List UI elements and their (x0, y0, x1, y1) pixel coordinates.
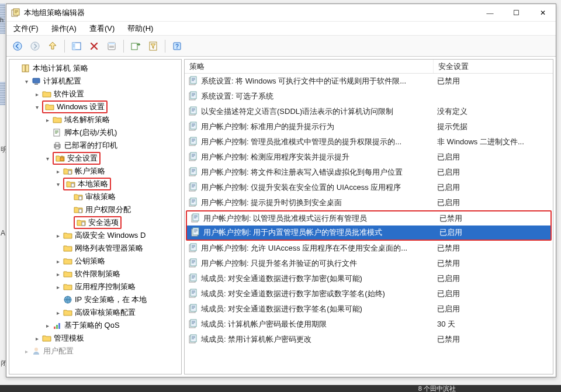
list-row[interactable]: 系统设置: 将 Windows 可执行文件中的证书规则用于软件限... 已禁用 (185, 74, 553, 89)
tree-sw-restrict[interactable]: ▸ 软件限制策略 (11, 268, 180, 280)
expander-icon[interactable]: ▸ (54, 231, 62, 240)
list-row[interactable]: 用户帐户控制: 管理员批准模式中管理员的提升权限提示的... 非 Windows… (185, 134, 553, 150)
tree-ipsec[interactable]: IP 安全策略，在 本地 (11, 293, 180, 306)
svg-rect-22 (71, 183, 74, 187)
policy-folder-icon (74, 205, 83, 214)
close-button[interactable]: ✕ (529, 4, 556, 22)
list-pane[interactable]: 策略 安全设置 系统设置: 将 Windows 可执行文件中的证书规则用于软件限… (184, 59, 553, 374)
policy-icon (188, 152, 199, 162)
list-row[interactable]: 用户帐户控制: 允许 UIAccess 应用程序在不使用安全桌面的... 已禁用 (185, 241, 553, 256)
maximize-button[interactable]: ☐ (503, 4, 529, 22)
list-row[interactable]: 域成员: 对安全通道数据进行数字加密(如果可能) 已启用 (185, 271, 553, 286)
minimize-button[interactable]: — (477, 4, 503, 22)
menu-action[interactable]: 操作(A) (49, 22, 79, 35)
export-button[interactable] (128, 39, 143, 54)
tree-account-policy[interactable]: ▸ 帐户策略 (11, 165, 180, 178)
tree-pane[interactable]: 本地计算机 策略 ▾ 计算机配置 ▸ 软件设置 ▾ Windows 设置 (9, 59, 182, 374)
list-row[interactable]: 用户帐户控制: 标准用户的提升提示行为 提示凭据 (185, 119, 553, 134)
col-header-setting[interactable]: 安全设置 (434, 60, 553, 73)
tree-qos[interactable]: ▸ 基于策略的 QoS (11, 319, 180, 332)
toolbar-sep (123, 40, 124, 53)
menu-view[interactable]: 查看(V) (87, 22, 117, 35)
expander-icon[interactable]: ▸ (33, 334, 41, 342)
filter-button[interactable] (146, 39, 161, 54)
tree-label: 应用程序控制策略 (75, 282, 136, 292)
expander-icon[interactable]: ▾ (22, 77, 30, 85)
svg-rect-29 (58, 323, 60, 329)
expander-icon[interactable]: ▸ (43, 321, 51, 329)
window-controls: — ☐ ✕ (477, 4, 556, 22)
tree-user-config-partial[interactable]: ▸ 用户配置 (11, 345, 180, 358)
menu-help[interactable]: 帮助(H) (125, 22, 155, 35)
list-row[interactable]: 域成员: 计算机帐户密码最长使用期限 30 天 (185, 317, 553, 332)
list-row[interactable]: 域成员: 禁用计算机帐户密码更改 已禁用 (185, 332, 553, 347)
expander-icon[interactable]: ▸ (54, 270, 62, 278)
list-row[interactable]: 域成员: 对安全通道数据进行数字签名(如果可能) 已启用 (185, 301, 553, 317)
tree-adv-audit[interactable]: ▸ 高级审核策略配置 (11, 306, 180, 319)
tree-label: 高级审核策略配置 (75, 307, 136, 318)
left-fragment (0, 82, 5, 105)
back-button[interactable] (10, 39, 25, 54)
window-title: 本地组策略编辑器 (24, 8, 85, 18)
tree-security-settings[interactable]: ▾ 安全设置 (11, 152, 180, 165)
chart-icon (53, 321, 62, 330)
expander-icon[interactable]: ▸ (33, 90, 41, 98)
expander-icon[interactable] (12, 64, 20, 72)
list-row[interactable]: 用户帐户控制: 以管理员批准模式运行所有管理员 已禁用 (187, 211, 550, 226)
policy-icon (188, 106, 199, 117)
list-row[interactable]: 以安全描述符定义语言(SDDL)语法表示的计算机访问限制 没有定义 (185, 104, 553, 119)
col-header-policy[interactable]: 策略 (185, 60, 434, 73)
properties-button[interactable] (104, 39, 119, 54)
toolbar-sep (165, 40, 165, 53)
list-row[interactable]: 系统设置: 可选子系统 (185, 89, 553, 104)
tree-root[interactable]: 本地计算机 策略 (11, 62, 180, 75)
tree-pubkey[interactable]: ▸ 公钥策略 (11, 255, 180, 268)
expander-icon[interactable]: ▸ (22, 347, 30, 355)
list-row[interactable]: 用户帐户控制: 将文件和注册表写入错误虚拟化到每用户位置 已启用 (185, 165, 553, 180)
list-row[interactable]: 用户帐户控制: 仅提升安装在安全位置的 UIAccess 应用程序 已启用 (185, 180, 553, 195)
tree-dns-policy[interactable]: ▸ 域名解析策略 (11, 113, 180, 126)
expander-icon[interactable]: ▸ (43, 116, 51, 124)
policy-name: 域成员: 对安全通道数据进行数字加密或数字签名(始终) (201, 289, 385, 299)
policy-icon (188, 137, 199, 147)
policy-icon (188, 334, 199, 345)
policy-name: 用户帐户控制: 提示提升时切换到安全桌面 (201, 197, 342, 208)
tree-adv-security[interactable]: ▸ 高级安全 Windows D (11, 229, 180, 242)
tree-computer-config[interactable]: ▾ 计算机配置 (11, 75, 180, 88)
forward-button[interactable] (27, 39, 43, 54)
expander-icon[interactable]: ▾ (33, 103, 41, 111)
tree-audit-policy[interactable]: 审核策略 (11, 190, 180, 203)
help-button[interactable]: ? (169, 39, 185, 54)
list-row[interactable]: 用户帐户控制: 只提升签名并验证的可执行文件 已禁用 (185, 256, 553, 271)
list-row[interactable]: 用户帐户控制: 用于内置管理员帐户的管理员批准模式 已启用 (187, 226, 550, 240)
expander-icon[interactable]: ▸ (54, 308, 62, 317)
tree-label: 审核策略 (85, 192, 116, 202)
delete-button[interactable] (86, 39, 102, 54)
expander-icon[interactable]: ▾ (54, 180, 62, 188)
svg-rect-20 (60, 158, 64, 161)
list-rows: 系统设置: 将 Windows 可执行文件中的证书规则用于软件限... 已禁用 … (185, 74, 553, 374)
list-row[interactable]: 用户帐户控制: 提示提升时切换到安全桌面 已启用 (185, 195, 553, 210)
tree-user-rights[interactable]: 用户权限分配 (11, 203, 180, 216)
tree-app-ctrl[interactable]: ▸ 应用程序控制策略 (11, 280, 180, 293)
list-row[interactable]: 域成员: 对安全通道数据进行数字加密或数字签名(始终) 已启用 (185, 286, 553, 301)
tree-netlist[interactable]: 网络列表管理器策略 (11, 242, 180, 255)
tree-local-policies[interactable]: ▾ 本地策略 (11, 178, 180, 190)
tree-admin-templates[interactable]: ▸ 管理模板 (11, 332, 180, 345)
expander-icon[interactable]: ▾ (43, 154, 51, 162)
expander-icon[interactable]: ▸ (54, 257, 62, 265)
folder-icon (42, 89, 51, 99)
expander-icon[interactable]: ▸ (54, 283, 62, 291)
tree-security-options[interactable]: 安全选项 (11, 216, 180, 229)
tree-windows-settings[interactable]: ▾ Windows 设置 (11, 100, 180, 113)
policy-name: 用户帐户控制: 仅提升安装在安全位置的 UIAccess 应用程序 (201, 182, 401, 193)
up-button[interactable] (45, 39, 60, 54)
expander-icon[interactable]: ▸ (54, 167, 62, 175)
menu-file[interactable]: 文件(F) (11, 22, 41, 35)
show-hide-tree-button[interactable] (69, 39, 84, 54)
list-row[interactable]: 用户帐户控制: 检测应用程序安装并提示提升 已启用 (185, 150, 553, 165)
policy-cell: 域成员: 计算机帐户密码最长使用期限 (185, 319, 434, 329)
tree-scripts[interactable]: 脚本(启动/关机) (11, 126, 180, 139)
tree-printers[interactable]: 已部署的打印机 (11, 139, 180, 152)
tree-software-settings[interactable]: ▸ 软件设置 (11, 88, 180, 100)
